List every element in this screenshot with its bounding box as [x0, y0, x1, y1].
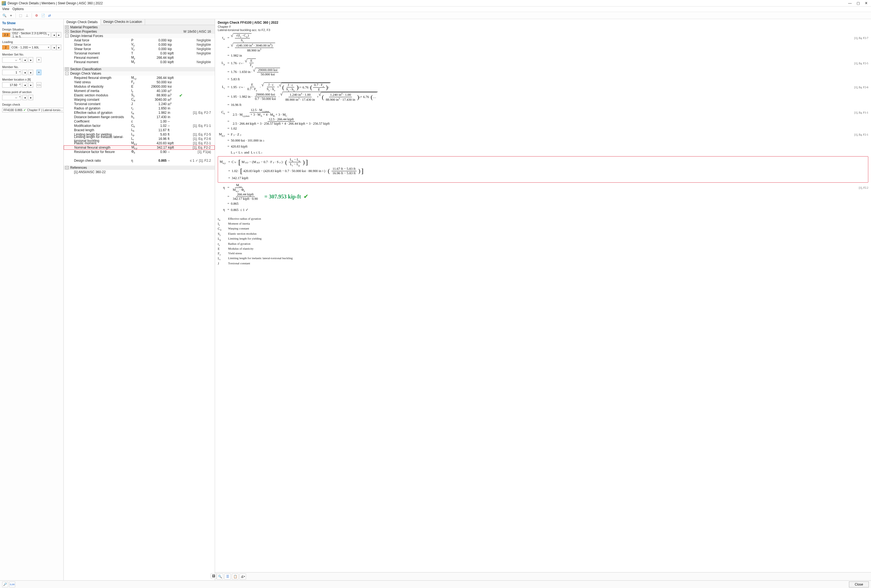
- expand-toggle-icon[interactable]: +: [65, 67, 69, 71]
- tree-row: [64, 154, 215, 159]
- label-member-loc: Member location x [ft]: [2, 78, 61, 81]
- calc-line: =1.02 · [ 420.83 kipft − (420.83 kipft −…: [218, 167, 868, 175]
- toolbar-find-icon[interactable]: 🔍: [1, 13, 7, 18]
- close-icon[interactable]: ✕: [865, 1, 868, 5]
- input-member-set[interactable]: [2, 57, 21, 63]
- calc-line: =0.865: [218, 201, 868, 207]
- tree-row: Torsional constantJ1.240in4: [64, 102, 215, 106]
- right-chapter: Chapter F: [218, 25, 868, 28]
- maximize-icon[interactable]: ▢: [857, 1, 860, 5]
- prev-loading[interactable]: ◂: [51, 45, 56, 50]
- titlebar: Design Check Details | Members | Steel D…: [0, 0, 871, 6]
- calc-line: Lp=1.76 · rz · EFy[1], Eq. F2-5: [218, 58, 868, 68]
- center-panel: Design Check Details Design Checks in Lo…: [64, 19, 215, 581]
- expand-toggle-icon[interactable]: −: [65, 34, 69, 37]
- loc-icon[interactable]: xᵢ|xⱼ: [36, 82, 41, 88]
- label-stress-point: Stress point of section: [2, 90, 61, 94]
- footer-search-icon[interactable]: 🔎: [2, 582, 8, 587]
- right-panel: Design Check FF4100 | AISC 360 | 2022 Ch…: [215, 19, 871, 581]
- sidebar: To Show Design Situation 2.3 DS2 - Secti…: [0, 19, 64, 581]
- calculation-area[interactable]: rts=√(Iz · Cw)Sy[1], Eq. F2-7=√(40.100 i…: [215, 33, 871, 572]
- tree-row: Flexural momentMy266.44kipft: [64, 55, 215, 60]
- expand-toggle-icon[interactable]: +: [65, 25, 69, 29]
- input-stress-point[interactable]: [2, 95, 21, 100]
- combo-design-situation[interactable]: DS2 - Section 2.3 (LRFD), 1. to 5.▾: [11, 32, 51, 37]
- next-loading[interactable]: ▸: [56, 45, 61, 50]
- next-member-loc[interactable]: ▸: [28, 82, 33, 88]
- calc-final: η=0.865 ≤ 1 ✓: [218, 207, 868, 213]
- tree-header[interactable]: −Design Check Values: [64, 71, 215, 76]
- toolbar-bolt-icon[interactable]: ⚙: [34, 13, 39, 18]
- tree-row: Axial forceP0.000kipNegligible: [64, 38, 215, 42]
- tree-row: Required flexural strengthMr,y266.44kipf…: [64, 76, 215, 80]
- toolbar-transfer-icon[interactable]: ⇄: [47, 13, 52, 18]
- calc-line: =1.982 in: [218, 52, 868, 58]
- tree-header[interactable]: +Section Classification: [64, 67, 215, 71]
- right-toolbar: 🔍 ☰ 📋 🖨▾: [215, 572, 871, 581]
- tree-header[interactable]: −Design Internal Forces: [64, 34, 215, 38]
- tree-row: Modulus of elasticityE29000.000ksi: [64, 84, 215, 89]
- legend-row: FyYield stress: [218, 251, 868, 256]
- tree-row: Flexural momentMz0.00kipftNegligible: [64, 60, 215, 64]
- rt-print-icon[interactable]: 🖨▾: [239, 574, 246, 579]
- sidebar-heading: To Show: [2, 21, 61, 25]
- pick-member-set-icon[interactable]: ⌖: [36, 57, 41, 63]
- input-member-no[interactable]: [2, 70, 21, 75]
- legend-row: EModulus of elasticity: [218, 247, 868, 251]
- tree-row: Design check ratioη0.865--≤ 1 ✓ [1], F2.…: [64, 159, 215, 163]
- next-design-situation[interactable]: ▸: [56, 32, 61, 37]
- rt-find-icon[interactable]: 🔍: [217, 574, 223, 579]
- expand-toggle-icon[interactable]: −: [65, 72, 69, 75]
- next-member-no[interactable]: ▸: [28, 70, 33, 75]
- minimize-icon[interactable]: —: [848, 1, 852, 5]
- toolbar-report-icon[interactable]: 📄: [40, 13, 46, 18]
- combo-design-check[interactable]: FF4100 0.865 ✓ Chapter F | Lateral-torsi…: [2, 108, 64, 112]
- next-member-set[interactable]: ▸: [28, 57, 33, 63]
- annotation-check-icon: ✔: [304, 193, 308, 200]
- calc-line: =266.44 kipft342.17 kipft · 0.90= 307.95…: [218, 193, 868, 201]
- tree-row: Coefficientc1.00--: [64, 119, 215, 124]
- prev-design-situation[interactable]: ◂: [51, 32, 56, 37]
- pick-member-no-icon[interactable]: ⌖: [36, 70, 41, 75]
- design-check-tree[interactable]: +Material Properties+Section PropertiesW…: [64, 25, 215, 581]
- rt-list-icon[interactable]: ☰: [224, 574, 231, 579]
- toolbar-section-icon[interactable]: ⊥: [24, 13, 30, 18]
- expand-toggle-icon[interactable]: −: [65, 166, 69, 169]
- combo-loading[interactable]: CO6 - 1.20D + 1.60L▾: [10, 45, 51, 50]
- calc-line: =12.5 · 266.44 kipft2.5 · 266.44 kipft +…: [218, 117, 868, 126]
- footer-units-icon[interactable]: 0,00: [9, 582, 15, 587]
- calc-line: η=Mr,yMn,y · Φb[1], F2.2: [218, 183, 868, 193]
- tree-header[interactable]: +Material Properties: [64, 25, 215, 29]
- toolbar-target-icon[interactable]: ⌖: [8, 13, 13, 18]
- tree-row: [1] ANSI/AISC 360-22: [64, 170, 215, 174]
- export-image-icon[interactable]: 🖼: [211, 573, 217, 579]
- tree-row: Distance between flange centroidsho17.43…: [64, 115, 215, 119]
- prev-member-set[interactable]: ◂: [22, 57, 27, 63]
- label-member-set: Member Set No.: [2, 53, 61, 56]
- input-member-loc[interactable]: [2, 82, 21, 88]
- tab-design-checks-in-location[interactable]: Design Checks in Location: [101, 19, 145, 25]
- prev-member-loc[interactable]: ◂: [22, 82, 27, 88]
- calc-line: rts=√(Iz · Cw)Sy[1], Eq. F2-7: [218, 33, 868, 43]
- toolbar-beam-icon[interactable]: ⬚: [18, 13, 23, 18]
- toolbar: 🔍 ⌖ ⬚ ⊥ ⚙ 📄 ⇄: [0, 12, 871, 19]
- calc-line: =1.95 · 1.982 in · 29000.000 ksi0.7 · 50…: [218, 92, 868, 102]
- calc-line: =1.02: [218, 126, 868, 132]
- prev-member-no[interactable]: ◂: [22, 70, 27, 75]
- legend: rtsEffective radius of gyrationIzMoment …: [218, 217, 868, 266]
- calc-condition: Lp < Lb and Lb ≤ Lr: [218, 150, 868, 156]
- expand-toggle-icon[interactable]: +: [65, 30, 69, 33]
- tree-header[interactable]: +Section PropertiesW 18x50 | AISC 16: [64, 29, 215, 34]
- legend-row: SyElastic section modulus: [218, 232, 868, 236]
- prev-stress-point[interactable]: ◂: [22, 95, 27, 100]
- close-button[interactable]: Close: [849, 582, 869, 588]
- tree-header[interactable]: −References: [64, 166, 215, 170]
- menu-view[interactable]: View: [2, 7, 9, 11]
- menu-options[interactable]: Options: [12, 7, 24, 11]
- tree-row: Resistance factor for flexureΦb0.90--[1]…: [64, 150, 215, 154]
- next-stress-point[interactable]: ▸: [28, 95, 33, 100]
- badge-loading: 2: [2, 45, 9, 49]
- tab-design-check-details[interactable]: Design Check Details: [64, 19, 101, 25]
- tree-row: Shear forceVy0.000kipNegligible: [64, 42, 215, 47]
- rt-copy-icon[interactable]: 📋: [232, 574, 238, 579]
